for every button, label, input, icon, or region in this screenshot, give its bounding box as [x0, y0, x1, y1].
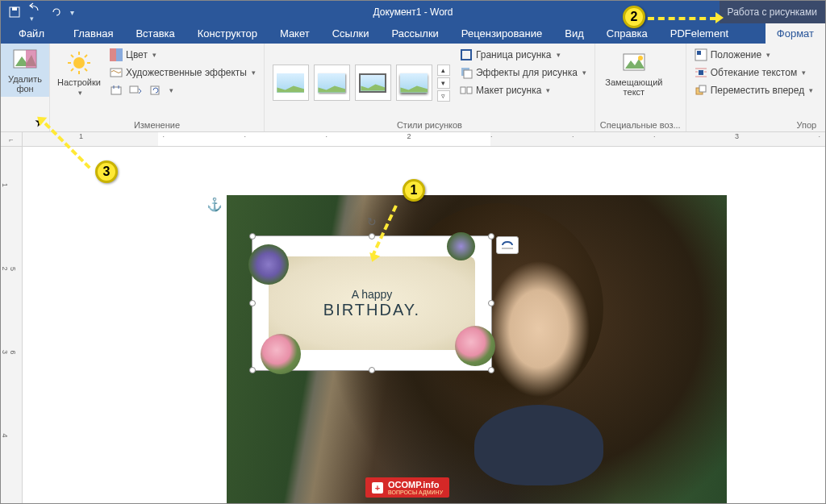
card-line1: A happy: [352, 288, 393, 301]
resize-handle[interactable]: [249, 367, 256, 373]
pic-layout-label: Макет рисунка: [476, 85, 542, 96]
card-line2: BIRTHDAY.: [323, 301, 420, 319]
compress-icon[interactable]: [110, 84, 123, 97]
position-label: Положение: [711, 49, 761, 60]
resize-handle[interactable]: [488, 233, 494, 240]
svg-line-11: [85, 69, 87, 71]
tab-pdfelement[interactable]: PDFelement: [659, 23, 740, 44]
ribbon: Удалить фон Настройки ▾ Цвет▾ Художестве…: [1, 44, 825, 132]
style-thumb[interactable]: [396, 65, 432, 101]
style-thumb[interactable]: [314, 65, 350, 101]
svg-rect-23: [461, 87, 465, 94]
flower-decoration: [447, 232, 475, 260]
save-icon[interactable]: [9, 6, 20, 18]
reset-picture-icon[interactable]: [148, 84, 161, 97]
watermark-sub: ВОПРОСЫ АДМИНУ: [388, 489, 443, 495]
wrap-text-button[interactable]: Обтекание текстом▾: [691, 65, 816, 81]
svg-rect-15: [116, 48, 123, 61]
svg-rect-29: [697, 51, 701, 55]
svg-rect-18: [130, 86, 138, 93]
remove-background-icon: [12, 47, 38, 73]
svg-line-10: [71, 55, 73, 57]
rotate-handle[interactable]: ↻: [367, 215, 377, 228]
picture-layout-button[interactable]: Макет рисунка▾: [457, 82, 590, 98]
layout-options-button[interactable]: [496, 236, 519, 254]
color-button[interactable]: Цвет▾: [106, 47, 259, 63]
resize-handle[interactable]: [369, 367, 375, 373]
callout-2-arrow: [648, 17, 716, 20]
style-thumb[interactable]: [273, 65, 309, 101]
birthday-card-content: A happy BIRTHDAY.: [269, 256, 475, 350]
wrap-label: Обтекание текстом: [711, 67, 797, 78]
position-button[interactable]: Положение▾: [691, 47, 816, 63]
picture-border-button[interactable]: Граница рисунка▾: [457, 47, 590, 63]
effects-icon: [460, 66, 473, 79]
callout-3: 3: [95, 160, 118, 183]
bring-forward-button[interactable]: Переместить вперед▾: [691, 82, 816, 98]
picture-effects-button[interactable]: Эффекты для рисунка▾: [457, 65, 590, 81]
alt-text-button[interactable]: Замещающий текст: [600, 47, 668, 119]
corrections-button[interactable]: Настройки ▾: [55, 47, 103, 119]
effects-label: Эффекты для рисунка: [476, 67, 578, 78]
remove-background-button[interactable]: Удалить фон: [1, 44, 49, 97]
tab-references[interactable]: Ссылки: [321, 23, 381, 44]
tab-insert[interactable]: Вставка: [124, 23, 186, 44]
redo-icon[interactable]: [51, 6, 62, 18]
group-accessibility-label: Специальные воз...: [600, 119, 681, 130]
watermark: + OCOMP.infoВОПРОСЫ АДМИНУ: [365, 477, 449, 498]
qat-more-icon[interactable]: ▾: [70, 8, 74, 17]
svg-line-13: [85, 55, 87, 57]
artistic-effects-button[interactable]: Художественные эффекты▾: [106, 65, 259, 81]
forward-label: Переместить вперед: [711, 85, 804, 96]
corrections-label: Настройки: [57, 77, 101, 87]
tab-format[interactable]: Формат: [766, 23, 825, 44]
tab-file[interactable]: Файл: [1, 23, 62, 44]
position-icon: [695, 48, 707, 61]
svg-line-12: [71, 69, 73, 71]
svg-rect-22: [464, 70, 472, 78]
gallery-scroll[interactable]: ▴▾▿: [437, 65, 450, 102]
anchor-icon[interactable]: ⚓: [206, 197, 223, 212]
group-styles-label: Стили рисунков: [269, 119, 590, 130]
wrap-icon: [695, 66, 707, 79]
resize-handle[interactable]: [488, 367, 494, 373]
photo-scarf: [474, 405, 603, 485]
svg-rect-1: [12, 7, 17, 10]
watermark-text: OCOMP.info: [388, 480, 439, 489]
picture-styles-gallery[interactable]: ▴▾▿: [269, 47, 453, 119]
flower-decoration: [248, 244, 289, 285]
svg-rect-30: [699, 70, 703, 75]
tab-layout[interactable]: Макет: [269, 23, 321, 44]
callout-2: 2: [623, 6, 645, 28]
document-title: Документ1 - Word: [373, 6, 453, 18]
forward-icon: [695, 84, 707, 97]
tab-mailings[interactable]: Рассылки: [380, 23, 449, 44]
undo-icon[interactable]: ▾: [28, 1, 43, 23]
resize-handle[interactable]: [249, 233, 256, 240]
resize-handle[interactable]: [249, 300, 256, 306]
svg-point-5: [73, 57, 85, 69]
svg-rect-17: [111, 87, 121, 94]
style-thumb[interactable]: [355, 65, 391, 101]
document-canvas[interactable]: ⚓ A happy BIRTHDAY. ↻ +: [23, 147, 825, 504]
artistic-icon: [110, 66, 123, 79]
tab-design[interactable]: Конструктор: [186, 23, 269, 44]
picture-tools-tab-header: Работа с рисунками: [720, 1, 825, 23]
callout-1: 1: [403, 179, 425, 202]
tab-view[interactable]: Вид: [553, 23, 595, 44]
ruler-horizontal: ⌐ 1 · · · 2 · · · 3 · · · 4 · · · 5 · · …: [1, 132, 825, 147]
compress-reset-row: ▾: [106, 82, 259, 98]
ruler-corner: ⌐: [1, 132, 23, 146]
change-picture-icon[interactable]: [129, 84, 142, 97]
resize-handle[interactable]: [369, 233, 375, 240]
artistic-label: Художественные эффекты: [126, 67, 247, 78]
resize-handle[interactable]: [488, 300, 494, 306]
tab-home[interactable]: Главная: [62, 23, 124, 44]
tab-help[interactable]: Справка: [595, 23, 659, 44]
color-icon: [110, 48, 123, 61]
tab-review[interactable]: Рецензирование: [450, 23, 553, 44]
color-label: Цвет: [126, 49, 148, 60]
group-arrange-label: Упор: [691, 119, 816, 130]
brightness-icon: [66, 50, 92, 76]
svg-rect-4: [26, 50, 36, 68]
